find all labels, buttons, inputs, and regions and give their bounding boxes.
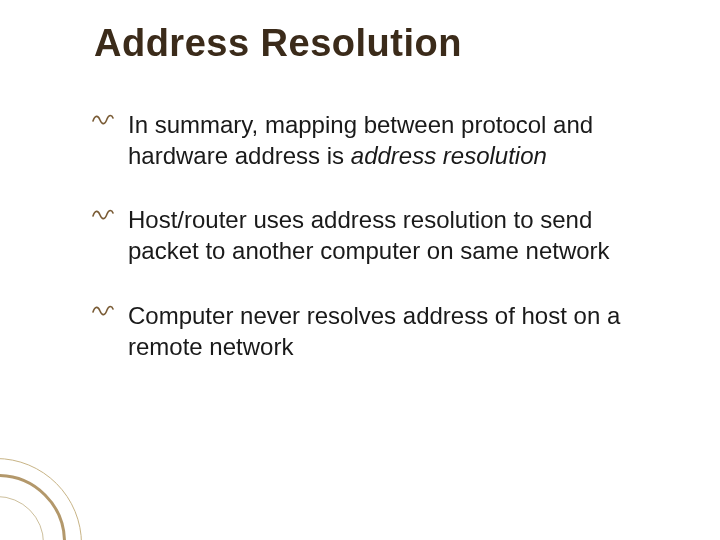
list-item-text: Computer never resolves address of host … xyxy=(128,301,650,362)
slide-body: In summary, mapping between protocol and… xyxy=(100,110,650,396)
list-item: Computer never resolves address of host … xyxy=(100,301,650,362)
squiggle-bullet-icon xyxy=(92,207,128,221)
slide-title: Address Resolution xyxy=(94,22,462,65)
list-item: Host/router uses address resolution to s… xyxy=(100,205,650,266)
squiggle-bullet-icon xyxy=(92,112,128,126)
list-item-text: Host/router uses address resolution to s… xyxy=(128,205,650,266)
text-pre: Computer never resolves address of host … xyxy=(128,302,620,360)
squiggle-bullet-icon xyxy=(92,303,128,317)
list-item: In summary, mapping between protocol and… xyxy=(100,110,650,171)
list-item-text: In summary, mapping between protocol and… xyxy=(128,110,650,171)
corner-decoration xyxy=(0,445,95,540)
text-pre: Host/router uses address resolution to s… xyxy=(128,206,610,264)
slide: Address Resolution In summary, mapping b… xyxy=(0,0,720,540)
text-em: address resolution xyxy=(351,142,547,169)
